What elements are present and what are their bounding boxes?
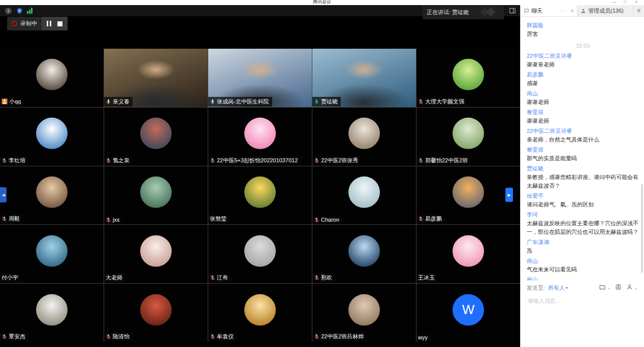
chat-sender-name[interactable]: 广东潇湘 [527,238,639,247]
file-icon[interactable] [599,283,606,292]
chat-sender-name[interactable]: 南山 [527,275,639,281]
participant-name-label: 张慧莹 [208,214,230,224]
video-tile[interactable]: 江奇 [208,225,312,283]
grid-next-page-button[interactable]: ▶ [505,188,513,202]
chat-sender-name[interactable]: 胖圆脸 [527,21,639,30]
video-tile[interactable]: 氢之泉 [104,108,208,166]
video-tile[interactable]: 付小宇 [0,225,104,283]
video-tile[interactable]: 牟袁仪 [208,284,312,342]
mic-muted-icon [106,334,111,339]
grid-prev-page-button[interactable]: ◀ [0,187,7,202]
meeting-info-icon[interactable]: i [5,8,12,14]
mic-speaking-icon [314,99,319,105]
panel-tabs: 聊天 ··· × 管理成员(136) ≡ [521,5,644,17]
video-tile[interactable]: 郑馨怡22中医2班 [416,108,520,166]
chat-tab-close-icon[interactable]: × [571,8,574,14]
video-tile[interactable]: jxs [104,166,208,225]
close-button[interactable]: × [631,0,642,5]
participant-avatar [140,118,172,149]
video-tile[interactable]: 章义春 [104,49,208,107]
mic-muted-icon [314,158,319,163]
chat-sender-name[interactable]: 南山 [527,89,639,98]
chat-message-text: 谢谢老师 [527,117,639,125]
speaking-toast: 正在讲话: 贾竑晓 [423,6,504,19]
video-tile[interactable]: 大理大学颜文强 [416,49,520,107]
participant-name-label: 章义春 [104,97,133,107]
participant-avatar [453,235,484,267]
screenshot-icon[interactable] [615,283,622,292]
video-tile[interactable]: 大老师 [104,225,208,283]
chat-sender-name[interactable]: 南山 [527,257,639,265]
mic-muted-icon [314,275,319,281]
message-input[interactable] [527,297,640,304]
chat-sender-name[interactable]: 22中医二班吴诗睿 [527,127,639,135]
video-tile[interactable]: 邢欢 [312,225,416,283]
chat-sender-name[interactable]: 贾竑晓 [527,164,639,173]
tab-members[interactable]: 管理成员(136) [577,5,633,16]
video-tile[interactable]: 张慧莹 [208,166,312,225]
video-tile[interactable]: 小qq [0,49,104,107]
send-to-label: 发送至: [527,284,545,292]
mic-muted-icon [210,334,215,339]
participant-avatar [140,177,172,208]
participant-name-label: Charon [312,216,342,224]
chat-scrollbar[interactable] [641,184,643,273]
participant-avatar [348,235,380,267]
video-tile[interactable]: 贾竑晓 [312,49,416,107]
participant-name-label: 周毅 [0,214,23,224]
video-tile[interactable]: 周毅 [0,166,104,225]
file-chevron-icon[interactable]: ⌄ [607,286,611,290]
window-title: 腾讯会议 [0,0,644,5]
layout-switch-icon[interactable] [509,7,516,16]
security-shield-icon[interactable] [16,7,23,14]
mic-muted-icon [2,334,7,339]
send-bar: 发送至: 所有人 ▾ ⌄ ⌄ [521,281,644,295]
mention-person-icon[interactable] [626,283,633,292]
video-tile[interactable]: 22中医2班张秀 [312,108,416,166]
recording-dot-icon [12,21,17,26]
chat-message-text: 那气的实质是能量吗 [527,154,639,163]
stop-recording-button[interactable] [57,21,62,26]
participant-avatar [453,118,484,149]
participant-avatar [244,177,276,208]
participant-name-label: 郑馨怡22中医2班 [416,156,471,165]
participant-name-label: 江奇 [208,273,231,283]
maximize-button[interactable]: □ [620,0,631,5]
video-tile[interactable]: 22中医5+3彭忻怡202201037012 [208,108,312,166]
tab-chat[interactable]: 聊天 ··· × [521,5,577,16]
minimize-button[interactable]: — [608,0,620,5]
participant-avatar [36,118,68,149]
video-tile[interactable]: 22中医2班吕林烨 [312,284,416,342]
recording-bar: 录制中 [7,17,68,30]
window-titlebar: 腾讯会议 [0,0,644,5]
chat-sender-name[interactable]: 易彦鹏 [527,71,639,79]
panel-menu-icon[interactable]: ≡ [633,5,644,16]
mention-chevron-icon[interactable]: ⌄ [634,286,638,290]
chat-sender-name[interactable]: 李珂 [527,211,639,219]
participant-name-label: 覃安杰 [0,332,28,341]
participant-avatar [244,118,276,149]
participant-name-label: jxs [104,216,122,224]
chat-sender-name[interactable]: 黎亚琼 [527,108,639,117]
chat-sender-name[interactable]: 黎亚琼 [527,146,639,154]
pause-recording-button[interactable] [47,21,51,26]
video-tile[interactable]: 陆清怡 [104,284,208,342]
chat-sender-name[interactable]: 22中医二班吴诗睿 [527,52,639,60]
mic-muted-icon [210,158,215,163]
chat-message-text: 章老师，自然之气具体是什么 [527,135,639,144]
chat-tab-more-icon[interactable]: ··· [560,8,567,14]
video-tile[interactable]: Wwyy [416,284,520,342]
participant-avatar [348,118,380,149]
video-tile[interactable]: 张成岗-北中医生科院 [208,49,312,107]
video-area: i 正在讲话: 贾竑晓 录制中 小qq章义春张成岗-北中医生科院贾竑晓大理大学颜… [0,5,520,347]
participant-name-label: wyy [416,333,431,341]
video-tile[interactable]: Charon [312,166,416,225]
network-signal-icon[interactable] [27,8,33,14]
video-tile[interactable]: 李红培 [0,108,104,166]
chat-sender-name[interactable]: 徐爱平 [527,192,639,200]
send-to-selector[interactable]: 所有人 ▾ [548,284,568,292]
chat-message-text: 炁 [527,247,639,255]
video-tile[interactable]: 覃安杰 [0,284,104,342]
video-tile[interactable]: 王冰玉 [416,225,520,283]
video-tile[interactable]: 易彦鹏 [416,166,520,225]
